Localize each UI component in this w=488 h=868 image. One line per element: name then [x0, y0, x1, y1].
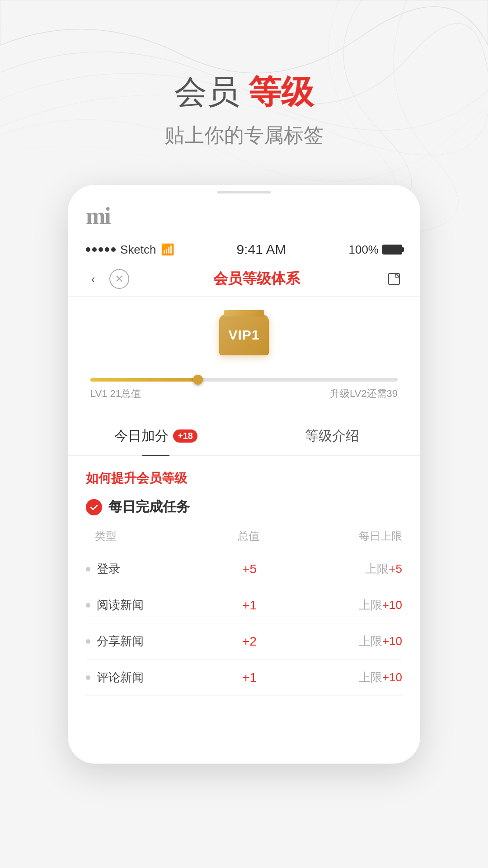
- row-limit-val-2: +10: [382, 634, 402, 648]
- row-dot: [86, 639, 90, 644]
- tab-intro-label: 等级介绍: [305, 427, 359, 445]
- table-row: 登录 +5 上限+5: [86, 551, 402, 587]
- row-limit-0: 上限+5: [280, 561, 402, 577]
- task-header: 每日完成任务: [86, 498, 402, 516]
- progress-labels: LV1 21总值 升级LV2还需39: [90, 387, 398, 401]
- table-row: 阅读新闻 +1 上限+10: [86, 587, 402, 623]
- header-title-part1: 会员: [174, 74, 239, 110]
- battery-icon: [382, 245, 402, 255]
- row-limit-prefix-3: 上限: [359, 670, 382, 684]
- close-button[interactable]: ✕: [109, 269, 129, 289]
- row-name-2: 分享新闻: [90, 633, 219, 649]
- nav-left: ‹ ✕: [84, 269, 129, 289]
- row-limit-2: 上限+10: [280, 633, 402, 649]
- mi-logo: mi: [86, 203, 402, 229]
- progress-fill: [90, 378, 198, 382]
- row-dot: [86, 603, 90, 608]
- row-dot: [86, 567, 90, 571]
- row-limit-prefix-1: 上限: [359, 598, 382, 612]
- row-limit-prefix-0: 上限: [365, 562, 389, 576]
- row-dot: [86, 675, 90, 680]
- carrier-label: Sketch: [120, 243, 156, 257]
- battery-body: [382, 245, 402, 255]
- progress-left-label: LV1 21总值: [90, 387, 141, 401]
- phone-top-bar: [68, 185, 420, 193]
- col-type-header: 类型: [86, 529, 218, 543]
- header-title: 会员 等级: [0, 72, 488, 111]
- row-val-0: +5: [219, 562, 280, 576]
- status-bar: Sketch 📶 9:41 AM 100%: [68, 234, 420, 262]
- header-section: 会员 等级 贴上你的专属标签: [0, 0, 488, 176]
- phone-frame: mi Sketch 📶 9:41 AM 100%: [68, 185, 420, 764]
- row-limit-1: 上限+10: [280, 597, 402, 613]
- task-section: 每日完成任务 类型 总值 每日上限 登录 +5 上: [86, 498, 402, 696]
- row-name-0: 登录: [90, 561, 219, 577]
- signal-dot-5: [111, 247, 116, 252]
- vip-section: VIP1: [68, 297, 420, 364]
- nav-bar: ‹ ✕ 会员等级体系: [68, 262, 420, 297]
- notch-line: [217, 191, 271, 193]
- vip-badge-label: VIP1: [228, 327, 259, 343]
- row-limit-prefix-2: 上限: [359, 634, 382, 648]
- battery-area: 100%: [348, 243, 402, 257]
- progress-right-label: 升级LV2还需39: [330, 387, 398, 401]
- tab-daily-badge: +18: [173, 429, 197, 443]
- task-title: 每日完成任务: [108, 498, 190, 516]
- table-row: 分享新闻 +2 上限+10: [86, 623, 402, 660]
- signal-dot-3: [99, 247, 103, 252]
- signal-area: Sketch 📶: [86, 243, 174, 257]
- row-limit-val-1: +10: [382, 598, 402, 612]
- row-name-1: 阅读新闻: [90, 597, 219, 613]
- col-limit-header: 每日上限: [279, 529, 402, 543]
- col-value-header: 总值: [218, 529, 279, 543]
- tab-intro[interactable]: 等级介绍: [244, 414, 420, 455]
- row-name-3: 评论新闻: [90, 670, 219, 685]
- nav-title: 会员等级体系: [129, 269, 384, 289]
- task-table: 类型 总值 每日上限 登录 +5 上限+5: [86, 525, 402, 696]
- phone-wrapper: mi Sketch 📶 9:41 AM 100%: [0, 176, 488, 764]
- table-header-row: 类型 总值 每日上限: [86, 525, 402, 551]
- back-button[interactable]: ‹: [84, 270, 102, 288]
- mi-logo-area: mi: [68, 193, 420, 234]
- row-val-2: +2: [219, 634, 280, 649]
- vip-badge: VIP1: [219, 315, 269, 355]
- header-subtitle: 贴上你的专属标签: [0, 122, 488, 149]
- signal-dot-2: [92, 247, 97, 252]
- task-check-icon: [86, 499, 102, 515]
- battery-fill: [383, 245, 401, 254]
- table-row: 评论新闻 +1 上限+10: [86, 660, 402, 696]
- share-button[interactable]: [384, 269, 404, 289]
- signal-dots: [86, 247, 116, 252]
- signal-dot-1: [86, 247, 90, 252]
- header-title-accent: 等级: [249, 74, 314, 110]
- row-limit-val-0: +5: [389, 562, 402, 576]
- content-area: 如何提升会员等级 每日完成任务 类型 总值 每日上限: [68, 456, 420, 718]
- tab-daily-label: 今日加分: [114, 427, 169, 445]
- row-limit-val-3: +10: [382, 670, 402, 684]
- tab-daily[interactable]: 今日加分 +18: [68, 414, 244, 455]
- row-limit-3: 上限+10: [280, 670, 402, 685]
- status-time: 9:41 AM: [236, 242, 286, 257]
- signal-dot-4: [105, 247, 109, 252]
- progress-track: [90, 378, 398, 382]
- progress-thumb: [193, 375, 203, 385]
- progress-section: LV1 21总值 升级LV2还需39: [68, 364, 420, 405]
- tabs-section: 今日加分 +18 等级介绍: [68, 414, 420, 456]
- battery-percent: 100%: [348, 243, 379, 257]
- wifi-icon: 📶: [161, 243, 174, 256]
- row-val-1: +1: [219, 598, 280, 613]
- section-title: 如何提升会员等级: [86, 470, 402, 487]
- row-val-3: +1: [219, 670, 280, 685]
